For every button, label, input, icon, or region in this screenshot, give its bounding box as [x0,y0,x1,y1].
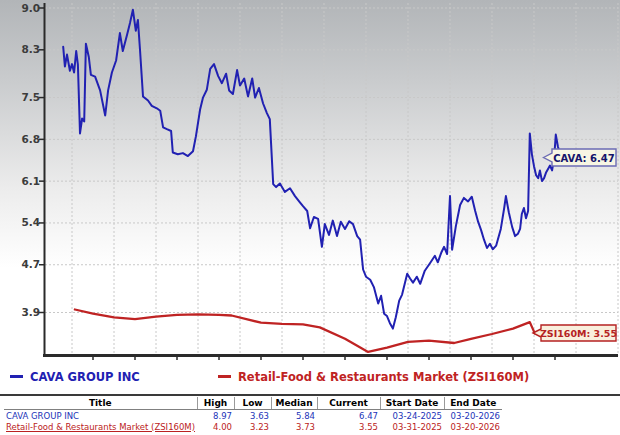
y-axis-label: 6.8 [21,133,40,145]
y-axis-label: 6.1 [21,175,40,187]
row-value-cell: 3.63 [234,410,271,422]
row-value-cell: 03-20-2026 [444,421,502,432]
cava-callout-label: CAVA: 6.47 [553,153,615,164]
row-value-cell: 6.47 [317,410,380,422]
row-value-cell: 3.23 [234,421,271,432]
row-value-cell: 3.73 [271,421,317,432]
table-header-start-date: Start Date [380,397,444,410]
table-header-high: High [197,397,234,410]
x-axis-label: 12/25 [412,360,445,362]
y-axis-label: 4.7 [21,258,40,270]
cava-line-swatch [10,375,23,378]
x-axis-label: 10/25 [328,360,361,362]
y-axis-label: 8.3 [21,43,40,55]
table-header-median: Median [271,397,317,410]
row-value-cell: 03-31-2025 [380,421,444,432]
legend-zsi160m: Retail-Food & Restaurants Market (ZSI160… [218,370,529,384]
row-value-cell: 03-20-2026 [444,410,502,422]
legend-cava-label: CAVA GROUP INC [30,370,140,384]
zsi160m-line-swatch [218,375,231,378]
y-axis-label: 3.9 [21,306,40,318]
row-value-cell: 4.00 [197,421,234,432]
zsi160m-market-link[interactable]: Retail-Food & Restaurants Market (ZSI160… [4,421,197,432]
y-axis-label: 5.4 [21,216,40,228]
x-axis-label: 2/26 [500,360,526,362]
x-axis-label: 1/26 [458,360,484,362]
table-row: CAVA GROUP INC8.973.635.846.4703-24-2025… [4,410,502,422]
x-axis-label: 9/25 [290,360,316,362]
table-header-row: TitleHighLowMedianCurrentStart DateEnd D… [4,397,502,410]
table-header-low: Low [234,397,271,410]
table-row: Retail-Food & Restaurants Market (ZSI160… [4,421,502,432]
x-axis-label: 5/25 [122,360,148,362]
chart-legend: CAVA GROUP INC Retail-Food & Restaurants… [0,370,620,388]
legend-zsi160m-label: Retail-Food & Restaurants Market (ZSI160… [238,370,529,384]
row-value-cell: 5.84 [271,410,317,422]
x-axis-label: 8/25 [248,360,274,362]
row-value-cell: 8.97 [197,410,234,422]
legend-cava: CAVA GROUP INC [10,370,140,384]
x-axis-label: 6/25 [164,360,190,362]
gridlines [45,3,618,356]
row-value-cell: 03-24-2025 [380,410,444,422]
table-header-title: Title [4,397,197,410]
x-axis-label: 4/25 [80,360,106,362]
row-title-cell: CAVA GROUP INC [4,410,197,422]
table-header-current: Current [317,397,380,410]
cava-price-line [63,10,562,329]
x-axis-label: 7/25 [206,360,232,362]
table-top-border [0,394,620,396]
table-header-end-date: End Date [444,397,502,410]
x-axis-label: 11/25 [370,360,403,362]
y-axis-label: 9.0 [21,2,40,14]
stock-comparison-panel: 9.08.37.56.86.15.44.73.94/255/256/257/25… [0,0,620,435]
zsi160m-callout-label: ZSI160M: 3.55 [540,328,617,339]
row-value-cell: 3.55 [317,421,380,432]
summary-table: TitleHighLowMedianCurrentStart DateEnd D… [4,397,502,432]
summary-table-section: TitleHighLowMedianCurrentStart DateEnd D… [0,394,620,432]
price-history-chart: 9.08.37.56.86.15.44.73.94/255/256/257/25… [0,0,620,362]
x-axis-label: 3/26 [542,360,568,362]
y-axis-label: 7.5 [21,91,40,103]
zsi160m-price-line [75,310,535,352]
